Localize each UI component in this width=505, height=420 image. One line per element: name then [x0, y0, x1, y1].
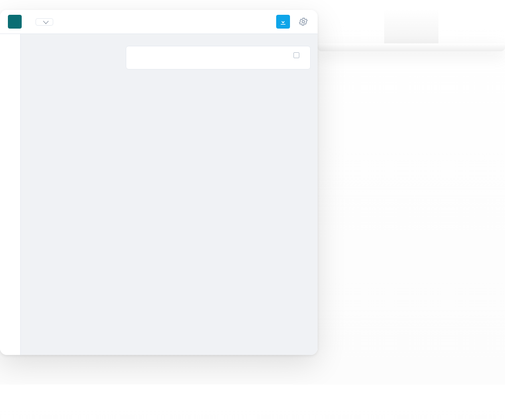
sidebar — [0, 34, 21, 355]
show-forecast-toggle[interactable] — [293, 52, 302, 58]
settings-button[interactable] — [297, 15, 310, 28]
gear-icon — [298, 17, 308, 27]
download-button[interactable] — [276, 15, 290, 29]
monitor-stand — [318, 9, 505, 355]
monitor-frame — [0, 10, 318, 355]
download-icon — [279, 18, 287, 26]
chevron-down-icon — [43, 18, 48, 24]
screen — [0, 10, 318, 355]
vendor-ratings-card — [126, 46, 311, 70]
app-logo[interactable] — [8, 15, 22, 29]
svg-point-0 — [302, 21, 305, 23]
content — [21, 34, 318, 355]
topbar — [0, 10, 318, 34]
checkbox-icon — [293, 52, 299, 58]
period-dropdown[interactable] — [36, 18, 53, 26]
